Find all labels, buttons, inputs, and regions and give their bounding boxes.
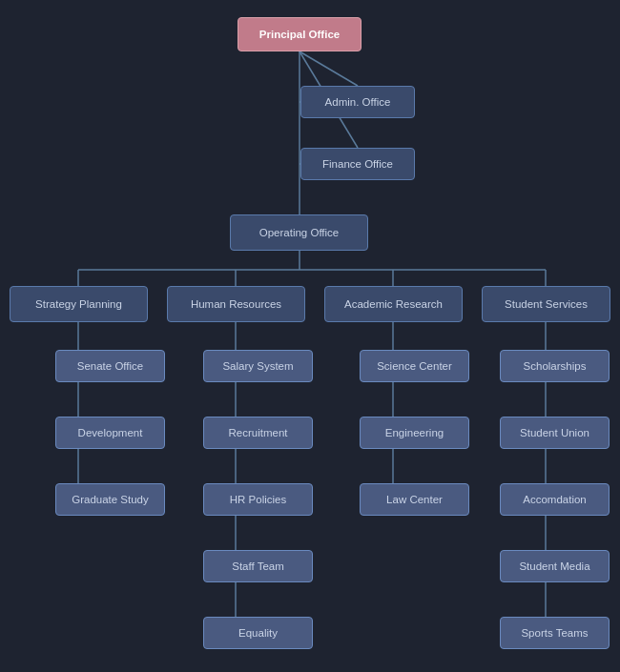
node-accomodation: Accomdation bbox=[500, 483, 610, 516]
node-student-services: Student Services bbox=[482, 286, 610, 322]
node-staff-team: Staff Team bbox=[203, 550, 313, 582]
node-admin: Admin. Office bbox=[300, 86, 415, 118]
node-hr: Human Resources bbox=[167, 286, 305, 322]
node-finance: Finance Office bbox=[300, 148, 415, 180]
org-chart: Principal Office Admin. Office Finance O… bbox=[0, 0, 620, 19]
node-sports-teams: Sports Teams bbox=[500, 617, 610, 649]
node-hr-policies: HR Policies bbox=[203, 483, 313, 516]
node-student-media: Student Media bbox=[500, 550, 610, 582]
node-principal: Principal Office bbox=[238, 17, 362, 51]
node-science: Science Center bbox=[360, 350, 469, 382]
node-law: Law Center bbox=[360, 483, 469, 516]
node-student-union: Student Union bbox=[500, 417, 610, 449]
node-grad-study: Graduate Study bbox=[55, 483, 165, 516]
svg-line-0 bbox=[300, 51, 358, 86]
node-engineering: Engineering bbox=[360, 417, 469, 449]
node-senate: Senate Office bbox=[55, 350, 165, 382]
node-salary: Salary System bbox=[203, 350, 313, 382]
node-recruitment: Recruitment bbox=[203, 417, 313, 449]
node-development: Development bbox=[55, 417, 165, 449]
node-operating: Operating Office bbox=[230, 214, 368, 251]
node-academic: Academic Research bbox=[324, 286, 463, 322]
node-strategy: Strategy Planning bbox=[10, 286, 148, 322]
node-scholarships: Scholarships bbox=[500, 350, 610, 382]
node-equality: Equality bbox=[203, 617, 313, 649]
